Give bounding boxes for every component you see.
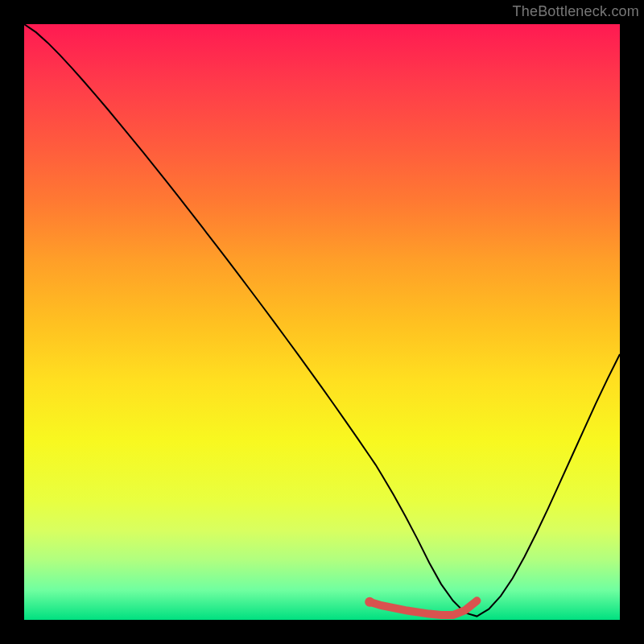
watermark-text: TheBottleneck.com [513, 3, 639, 20]
plot-background [24, 24, 620, 620]
chart-container: TheBottleneck.com [0, 0, 644, 644]
